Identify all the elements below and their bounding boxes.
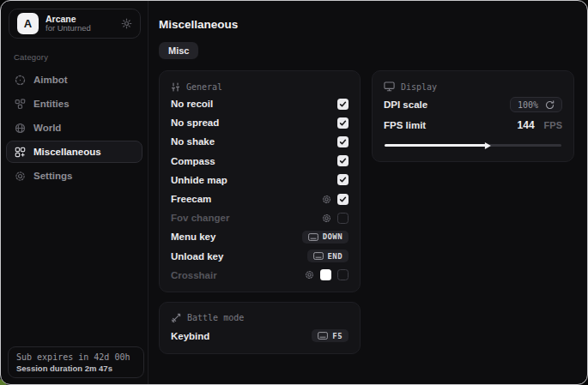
no-spread-checkbox[interactable] [337, 117, 349, 129]
app-window: A Arcane for Unturned Category [0, 0, 588, 385]
general-card: General No recoil No spread [159, 70, 361, 292]
session-duration-text: Session duration 2m 47s [16, 364, 136, 373]
fps-limit-value: 144 [518, 119, 535, 131]
sidebar-item-miscellaneous[interactable]: Miscellaneous [6, 141, 142, 163]
swords-icon [171, 313, 181, 323]
setting-row-compass: Compass [171, 152, 349, 171]
setting-row-no-shake: No shake [171, 132, 349, 151]
sidebar-nav: Aimbot Entities [1, 67, 148, 187]
setting-row-fov-changer: Fov changer [171, 208, 349, 227]
keyboard-icon [313, 252, 324, 260]
check-icon [339, 196, 347, 203]
keyboard-icon [308, 233, 318, 241]
battle-mode-card-title: Battle mode [187, 313, 244, 322]
sidebar-item-label: Miscellaneous [33, 147, 101, 157]
setting-row-fps-limit: FPS limit 144FPS [384, 115, 562, 135]
dpi-scale-control[interactable]: 100% [510, 97, 562, 112]
crosshair-color-swatch[interactable] [320, 269, 331, 280]
brand-subtitle: for Unturned [45, 24, 91, 33]
entities-icon [15, 99, 26, 110]
fov-changer-settings-gear-icon[interactable] [322, 214, 331, 223]
setting-row-freecam: Freecam [171, 189, 349, 208]
subscription-info-box: Sub expires in 42d 00h Session duration … [8, 346, 144, 378]
tab-misc[interactable]: Misc [159, 42, 198, 59]
dpi-scale-value: 100% [518, 100, 538, 110]
battle-mode-card: Battle mode Keybind F5 [159, 302, 361, 354]
fps-slider-thumb[interactable] [485, 142, 491, 149]
setting-row-battle-keybind: Keybind F5 [171, 326, 349, 346]
freecam-checkbox[interactable] [337, 194, 349, 205]
check-icon [339, 176, 347, 183]
menu-key-keybind-button[interactable]: DOWN [302, 231, 349, 244]
fov-changer-checkbox[interactable] [337, 213, 349, 224]
grid-icon [15, 147, 26, 158]
brand-header: A Arcane for Unturned [9, 9, 141, 39]
unload-key-keybind-button[interactable]: END [307, 250, 349, 262]
sliders-icon [171, 82, 180, 92]
sidebar-item-world[interactable]: World [6, 117, 142, 139]
fps-limit-unit: FPS [544, 120, 562, 130]
sidebar-item-entities[interactable]: Entities [6, 93, 142, 115]
freecam-settings-gear-icon[interactable] [322, 195, 331, 204]
crosshair-settings-gear-icon[interactable] [305, 270, 314, 280]
fps-limit-slider[interactable] [385, 144, 561, 147]
crosshair-scan-icon [15, 75, 26, 86]
page-title: Miscellaneous [159, 18, 574, 31]
setting-row-unload-key: Unload key END [171, 247, 349, 266]
fps-slider-fill [385, 144, 487, 147]
category-label: Category [14, 52, 148, 62]
display-card: Display DPI scale 100% [372, 70, 574, 162]
setting-row-unhide-map: Unhide map [171, 171, 349, 189]
unhide-map-checkbox[interactable] [337, 174, 349, 185]
setting-row-dpi-scale: DPI scale 100% [384, 94, 562, 115]
check-icon [339, 157, 347, 165]
monitor-icon [384, 81, 395, 92]
gear-icon [15, 171, 26, 182]
check-icon [339, 100, 347, 108]
setting-row-no-spread: No spread [171, 113, 349, 132]
setting-row-menu-key: Menu key DOWN [171, 227, 349, 246]
crosshair-checkbox[interactable] [337, 269, 349, 280]
setting-row-crosshair: Crosshair [171, 266, 349, 285]
keyboard-icon [318, 332, 328, 340]
dpi-reset-icon[interactable] [545, 100, 555, 110]
globe-icon [15, 123, 26, 134]
sidebar-item-aimbot[interactable]: Aimbot [6, 69, 142, 91]
display-card-title: Display [401, 82, 437, 92]
check-icon [339, 119, 347, 127]
battle-keybind-button[interactable]: F5 [312, 329, 349, 342]
sidebar-item-settings[interactable]: Settings [6, 165, 142, 187]
main-panel: Miscellaneous Misc General No rec [149, 1, 588, 384]
no-recoil-checkbox[interactable] [337, 99, 349, 110]
subscription-expiry-text: Sub expires in 42d 00h [16, 352, 136, 362]
compass-checkbox[interactable] [337, 155, 349, 166]
sidebar: A Arcane for Unturned Category [1, 1, 149, 384]
sidebar-item-label: Entities [33, 99, 70, 109]
general-card-title: General [186, 82, 222, 92]
sidebar-item-label: World [33, 123, 61, 133]
setting-row-no-recoil: No recoil [171, 94, 349, 113]
sidebar-item-label: Aimbot [33, 75, 68, 85]
brand-logo: A [17, 13, 39, 34]
sidebar-item-label: Settings [33, 171, 72, 181]
no-shake-checkbox[interactable] [337, 136, 349, 147]
check-icon [339, 138, 347, 146]
brand-settings-gear-icon[interactable] [121, 18, 132, 29]
